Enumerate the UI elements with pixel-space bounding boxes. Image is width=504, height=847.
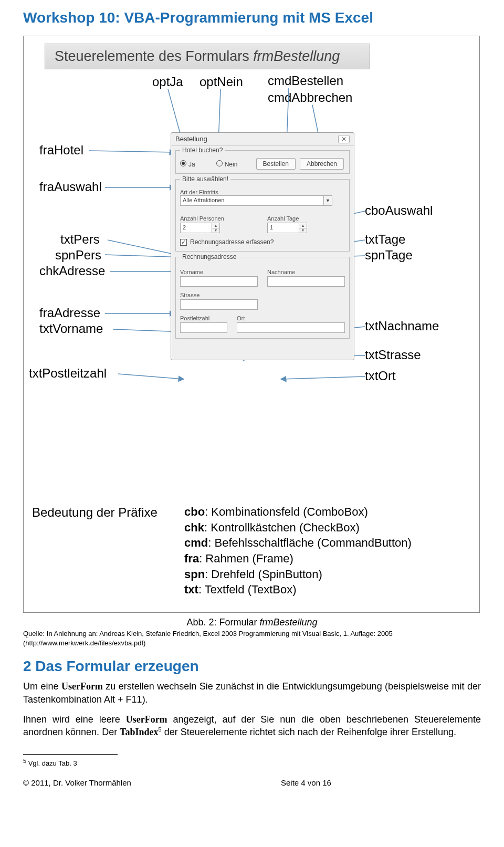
label-optNein: optNein: [200, 75, 243, 89]
abbrechen-button[interactable]: Abbrechen: [300, 158, 344, 170]
prefix-section: Bedeutung der Präfixe cbo: Kombinationsf…: [29, 504, 474, 602]
caption-it: frmBestellung: [260, 617, 318, 628]
frame-adresse-legend: Rechnungsadresse: [180, 253, 238, 260]
art-label: Art der Eintritts: [180, 189, 345, 195]
page-footer: © 2011, Dr. Volker Thormählen Seite 4 vo…: [23, 778, 481, 787]
label-txtNachname: txtNachname: [365, 319, 439, 333]
source-text: Quelle: In Anlehnung an: Andreas Klein, …: [23, 629, 481, 647]
prefix-fra-t: : Rahmen (Frame): [199, 552, 293, 565]
page-title: Workshop 10: VBA-Programmierung mit MS E…: [23, 9, 481, 26]
radio-nein-label: Nein: [225, 161, 238, 168]
dialog-bestellung: Bestellung ✕ Hotel buchen? Ja Nein Beste…: [171, 132, 354, 360]
prefix-list: cbo: Kombinationsfeld (ComboBox) chk: Ko…: [184, 504, 412, 598]
close-icon[interactable]: ✕: [338, 135, 350, 143]
p2-code2: TabIndex: [120, 727, 158, 737]
slide-title-text: Steuerelemente des Formulars: [55, 48, 253, 64]
check-icon: ✓: [180, 239, 187, 246]
p2-code1: UserForm: [126, 714, 167, 725]
label-fraAuswahl: fraAuswahl: [39, 180, 102, 194]
tage-spin[interactable]: ▲▼: [299, 223, 307, 233]
label-cmdAbbrechen: cmdAbbrechen: [268, 90, 352, 105]
label-chkAdresse: chkAdresse: [39, 264, 105, 278]
vorname-input[interactable]: [180, 276, 258, 287]
frame-hotel-legend: Hotel buchen?: [180, 147, 225, 154]
strasse-label: Strasse: [180, 292, 258, 298]
label-txtPers: txtPers: [60, 232, 100, 247]
checkbox-adresse-label: Rechnungsadresse erfassen?: [190, 238, 274, 246]
plz-input[interactable]: [180, 322, 227, 333]
prefix-cbo-t: : Kombinationsfeld (ComboBox): [205, 505, 368, 518]
label-fraHotel: fraHotel: [39, 143, 83, 158]
diagram: optJa optNein cmdBestellen cmdAbbrechen …: [29, 75, 474, 495]
dialog-title-text: Bestellung: [175, 135, 207, 143]
label-txtTage: txtTage: [365, 232, 405, 247]
footer-mid: Seite 4 von 16: [281, 778, 331, 787]
svg-line-4: [89, 151, 175, 152]
footer-left: © 2011, Dr. Volker Thormählen: [23, 778, 131, 787]
section-heading: 2 Das Formular erzeugen: [23, 658, 481, 675]
prefix-title: Bedeutung der Präfixe: [32, 504, 184, 598]
svg-line-11: [118, 374, 184, 379]
frame-auswahl: Bitte auswählen! Art der Eintritts Alle …: [175, 179, 350, 252]
radio-nein[interactable]: Nein: [216, 160, 238, 168]
frame-adresse: Rechnungsadresse Vorname Nachname Strass…: [175, 257, 350, 339]
anz-tage-label: Anzahl Tage: [267, 215, 345, 222]
radio-ja-label: Ja: [188, 161, 195, 168]
combo-auswahl-value: Alle Attraktionen: [180, 195, 323, 206]
slide-title: Steuerelemente des Formulars frmBestellu…: [45, 44, 370, 69]
footnote-separator: [23, 754, 118, 755]
label-spnTage: spnTage: [365, 248, 413, 263]
tage-input[interactable]: 1: [267, 223, 299, 233]
bestellen-button[interactable]: Bestellen: [256, 158, 296, 170]
p1-code1: UserForm: [61, 681, 103, 692]
footnote: 5 Vgl. dazu Tab. 3: [23, 758, 481, 767]
caption-pre: Abb. 2: Formular: [186, 617, 259, 628]
label-spnPers: spnPers: [55, 248, 101, 263]
figure-caption: Abb. 2: Formular frmBestellung: [23, 617, 481, 628]
label-cmdBestellen: cmdBestellen: [268, 74, 343, 88]
p1a: Um eine: [23, 681, 61, 692]
prefix-cbo-b: cbo: [184, 505, 205, 518]
footnote-text: Vgl. dazu Tab. 3: [26, 760, 77, 768]
prefix-spn-b: spn: [184, 568, 205, 581]
prefix-txt-b: txt: [184, 583, 198, 596]
pers-spin[interactable]: ▲▼: [212, 223, 220, 233]
radio-ja[interactable]: Ja: [180, 160, 195, 168]
label-txtStrasse: txtStrasse: [365, 348, 421, 362]
chevron-down-icon[interactable]: ▼: [323, 195, 332, 206]
label-txtPostleitzahl: txtPostleitzahl: [29, 366, 107, 381]
prefix-chk-b: chk: [184, 521, 204, 534]
p2a: Ihnen wird eine leere: [23, 714, 126, 725]
checkbox-adresse[interactable]: ✓ Rechnungsadresse erfassen?: [180, 238, 345, 246]
label-optJa: optJa: [152, 75, 183, 89]
label-fraAdresse: fraAdresse: [39, 306, 100, 320]
p2c: der Steuerelemente richtet sich nach der…: [162, 727, 456, 737]
ort-label: Ort: [237, 315, 345, 321]
ort-input[interactable]: [237, 322, 345, 333]
prefix-cmd-b: cmd: [184, 536, 208, 549]
prefix-txt-t: : Textfeld (TextBox): [198, 583, 297, 596]
para-2: Ihnen wird eine leere UserForm angezeigt…: [23, 713, 481, 739]
dialog-titlebar: Bestellung ✕: [171, 133, 354, 146]
svg-line-17: [281, 377, 365, 379]
prefix-chk-t: : Kontrollkästchen (CheckBox): [204, 521, 360, 534]
prefix-cmd-t: : Befehlsschaltfläche (CommandButton): [208, 536, 412, 549]
frame-hotel: Hotel buchen? Ja Nein Bestellen Abbreche…: [175, 150, 350, 174]
slide-title-italic: frmBestellung: [253, 48, 340, 64]
prefix-spn-t: : Drehfeld (SpinButton): [205, 568, 322, 581]
combo-auswahl[interactable]: Alle Attraktionen ▼: [180, 195, 332, 206]
prefix-fra-b: fra: [184, 552, 199, 565]
nachname-label: Nachname: [267, 269, 345, 275]
anz-pers-label: Anzahl Personen: [180, 215, 258, 222]
pers-input[interactable]: 2: [180, 223, 212, 233]
label-txtOrt: txtOrt: [365, 369, 396, 383]
frame-auswahl-legend: Bitte auswählen!: [180, 175, 230, 183]
label-cboAuswahl: cboAuswahl: [365, 203, 433, 218]
plz-label: Postleitzahl: [180, 315, 227, 321]
vorname-label: Vorname: [180, 269, 258, 275]
svg-line-6: [108, 240, 181, 256]
label-txtVorname: txtVorname: [39, 321, 103, 336]
nachname-input[interactable]: [267, 276, 345, 287]
strasse-input[interactable]: [180, 299, 258, 310]
para-1: Um eine UserForm zu erstellen wechseln S…: [23, 680, 481, 706]
